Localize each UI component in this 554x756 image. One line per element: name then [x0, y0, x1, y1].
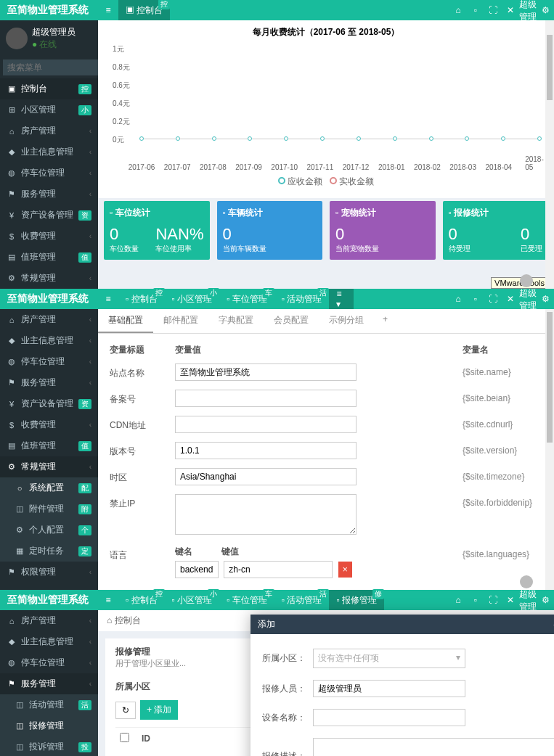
config-input[interactable] [175, 494, 357, 535]
tab[interactable]: ▫ 活动管理活 [274, 590, 330, 610]
tab[interactable]: ▫ 小区管理小 [165, 590, 220, 610]
sidebar-toggle[interactable]: ≡ [98, 5, 118, 15]
config-tab[interactable]: 字典配置 [208, 309, 264, 333]
lang-key-input[interactable] [175, 561, 219, 578]
tools-icon[interactable]: ✕ [502, 294, 519, 304]
sidebar-item[interactable]: ◫投诉管理投 [0, 736, 98, 756]
label: 报修人员： [262, 683, 313, 695]
tab[interactable]: ▫ 活动管理活 [274, 289, 330, 309]
tools-icon[interactable]: ✕ [502, 5, 519, 15]
config-input[interactable] [175, 442, 357, 459]
gear-icon[interactable]: ⚙ [537, 294, 554, 304]
config-tab[interactable]: 邮件配置 [153, 309, 208, 333]
sidebar-item[interactable]: ▦定时任务定 [0, 541, 98, 562]
add-tab-button[interactable]: + [374, 309, 396, 333]
expand-icon[interactable]: ⛶ [484, 595, 502, 605]
desc-input[interactable] [313, 738, 554, 756]
menu-label: 常规管理 [21, 461, 56, 473]
sidebar-item[interactable]: ▣控制台控 [0, 78, 98, 99]
sidebar-item[interactable]: $收费管理‹ [0, 414, 98, 435]
menu-label: 权限管理 [21, 566, 56, 578]
menu-icon: ◆ [7, 336, 17, 345]
menu-label: 个人配置 [29, 524, 64, 536]
sidebar-item[interactable]: ⚑权限管理‹ [0, 562, 98, 583]
lang-val-input[interactable] [224, 561, 333, 578]
tab[interactable]: ▫ 报修管理修 [329, 590, 384, 610]
gear-icon[interactable]: ⚙ [537, 5, 554, 15]
sidebar-item[interactable]: ○系统配置配 [0, 477, 98, 498]
gear-icon[interactable]: ⚙ [537, 595, 554, 605]
home-icon[interactable]: ⌂ [449, 595, 467, 605]
menu-label: 值班管理 [21, 440, 56, 452]
sidebar-item[interactable]: ◆业主信息管理‹ [0, 631, 98, 652]
scrollbar[interactable] [545, 20, 554, 289]
add-button[interactable]: + 添加 [140, 700, 178, 720]
home-icon[interactable]: ⌂ [449, 294, 467, 304]
config-input[interactable] [175, 390, 357, 407]
select-all[interactable] [120, 733, 129, 742]
sidebar-toggle[interactable]: ≡ [98, 294, 118, 304]
tab[interactable]: ▫ 车位管理车 [219, 289, 274, 309]
stat-card: ▫ 车位统计0车位数量NAN%车位使用率 [104, 201, 210, 260]
tab-控制台[interactable]: ▣ 控制台控 [118, 0, 170, 20]
tab[interactable]: ▫ 控制台控 [118, 590, 165, 610]
sidebar-item[interactable]: ◆业主信息管理‹ [0, 141, 98, 163]
sidebar-item[interactable]: ▤值班管理值 [0, 435, 98, 456]
sidebar-item[interactable]: ◫活动管理活 [0, 694, 98, 715]
sidebar-item[interactable]: ⊞小区管理小 [0, 99, 98, 120]
sidebar-item[interactable]: ▤值班管理值 [0, 247, 98, 268]
sidebar-item[interactable]: ◆业主信息管理‹ [0, 330, 98, 351]
text-input[interactable] [313, 709, 465, 726]
menu-icon: ¥ [7, 211, 17, 220]
expand-icon[interactable]: ⛶ [484, 5, 502, 15]
sidebar-item[interactable]: ⚙常规管理‹ [0, 268, 98, 289]
sidebar-item[interactable]: ⌂房产管理‹ [0, 309, 98, 330]
tab[interactable]: ▫ 控制台控 [118, 289, 165, 309]
box-icon[interactable]: ▫ [467, 294, 484, 304]
sidebar-toggle[interactable]: ≡ [98, 595, 118, 605]
sidebar-item[interactable]: ⚙个人配置个 [0, 519, 98, 541]
box-icon[interactable]: ▫ [467, 595, 484, 605]
delete-button[interactable]: × [338, 562, 352, 578]
sidebar-item[interactable]: ¥资产设备管理资 [0, 393, 98, 414]
sidebar-item[interactable]: ⌂房产管理‹ [0, 610, 98, 631]
community-select[interactable]: 没有选中任何项▾ [313, 649, 465, 668]
bc-home[interactable]: ⌂ 控制台 [107, 615, 141, 627]
modal-header[interactable]: 添加 — □ × [250, 615, 554, 634]
main: 基础配置邮件配置字典配置会员配置示例分组+ 变量标题变量值变量名 站点名称{$s… [98, 309, 554, 590]
top-tabs: ▫ 控制台控▫ 小区管理小▫ 车位管理车▫ 活动管理活 [118, 289, 329, 309]
sidebar-item[interactable]: ⚑服务管理‹ [0, 673, 98, 694]
brand: 至简物业管理系统 [0, 593, 98, 607]
sidebar-item[interactable]: ◫附件管理附 [0, 498, 98, 519]
sidebar-item[interactable]: ◍停车位管理‹ [0, 351, 98, 372]
sidebar-item[interactable]: ¥资产设备管理资 [0, 205, 98, 226]
refresh-button[interactable]: ↻ [115, 702, 136, 719]
expand-icon[interactable]: ⛶ [484, 294, 502, 304]
sidebar-item[interactable]: ◍停车位管理‹ [0, 163, 98, 184]
sidebar-item[interactable]: ◍停车位管理‹ [0, 652, 98, 673]
text-input[interactable] [313, 680, 465, 697]
sidebar-item[interactable]: $收费管理‹ [0, 226, 98, 247]
sidebar-item[interactable]: ⚑服务管理‹ [0, 184, 98, 205]
tab-syscfg[interactable]: ≡ ▾ [329, 289, 354, 309]
tab[interactable]: ▫ 小区管理小 [165, 289, 220, 309]
scrollbar[interactable] [545, 309, 554, 590]
screenshot-2: 至简物业管理系统 ≡ ▫ 控制台控▫ 小区管理小▫ 车位管理车▫ 活动管理活 ≡… [0, 289, 554, 590]
tab[interactable]: ▫ 车位管理车 [219, 590, 274, 610]
tools-icon[interactable]: ✕ [502, 595, 519, 605]
nav-menu: ▣控制台控⊞小区管理小⌂房产管理‹◆业主信息管理‹◍停车位管理‹⚑服务管理‹¥资… [0, 78, 98, 289]
config-tab[interactable]: 基础配置 [98, 309, 153, 333]
config-input[interactable] [175, 363, 357, 381]
config-input[interactable] [175, 468, 357, 485]
config-input[interactable] [175, 416, 357, 433]
config-tab[interactable]: 会员配置 [264, 309, 319, 333]
config-tab[interactable]: 示例分组 [319, 309, 374, 333]
sidebar-item[interactable]: ⚑服务管理‹ [0, 372, 98, 393]
home-icon[interactable]: ⌂ [449, 5, 467, 15]
box-icon[interactable]: ▫ [467, 5, 484, 15]
sidebar-item[interactable]: ⌂房产管理‹ [0, 120, 98, 141]
sidebar-item[interactable]: ◫报修管理 [0, 715, 98, 736]
sidebar-item[interactable]: ⚙常规管理‹ [0, 456, 98, 477]
menu-label: 房产管理 [21, 615, 56, 627]
menu-label: 控制台 [21, 83, 47, 95]
